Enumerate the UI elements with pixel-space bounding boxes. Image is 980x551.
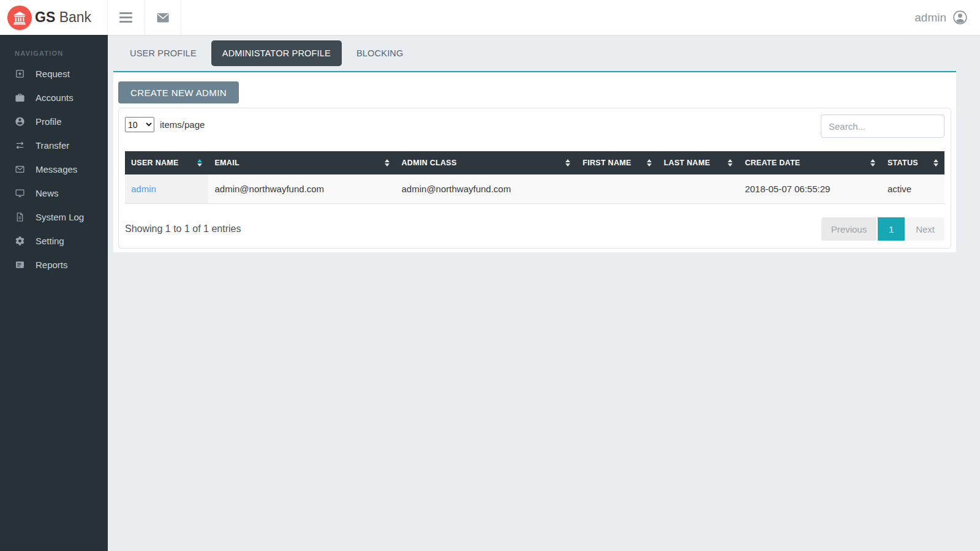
user-menu[interactable]: admin xyxy=(914,0,980,35)
sidebar-item-request[interactable]: Request xyxy=(0,62,108,86)
sort-icon xyxy=(870,159,875,167)
user-avatar-icon xyxy=(952,10,968,25)
admin-user-link[interactable]: admin xyxy=(131,184,156,194)
sidebar-item-label: Reports xyxy=(36,260,68,270)
table-controls: 10 items/page xyxy=(125,114,944,138)
tab-bar: USER PROFILE ADMINISTATOR PROFILE BLOCKI… xyxy=(108,35,980,71)
briefcase-icon xyxy=(15,92,25,103)
sidebar-item-label: News xyxy=(36,188,59,198)
items-per-page-select[interactable]: 10 xyxy=(125,117,154,132)
sort-icon xyxy=(728,159,733,167)
sort-icon xyxy=(385,159,390,167)
tab-blocking[interactable]: BLOCKING xyxy=(347,40,413,66)
table-header-row: USER NAME EMAIL ADMIN CLASS FIRST N xyxy=(125,151,944,174)
sidebar-section-label: NAVIGATION xyxy=(0,35,108,62)
pagination: Previous 1 Next xyxy=(821,217,944,241)
user-name-label: admin xyxy=(914,11,946,24)
sidebar-item-reports[interactable]: Reports xyxy=(0,253,108,277)
sidebar-item-accounts[interactable]: Accounts xyxy=(0,86,108,110)
document-icon xyxy=(15,212,25,222)
brand-name-light: Bank xyxy=(59,9,91,25)
cell-admin-class: admin@northwayfund.com xyxy=(396,174,577,204)
list-box-icon xyxy=(15,260,25,270)
sidebar-item-profile[interactable]: Profile xyxy=(0,110,108,133)
table-footer: Showing 1 to 1 of 1 entries Previous 1 N… xyxy=(125,217,944,241)
sort-icon xyxy=(197,159,202,167)
sidebar-item-label: Request xyxy=(36,69,70,79)
brand: GS Bank xyxy=(0,0,108,35)
tab-user-profile[interactable]: USER PROFILE xyxy=(120,40,206,66)
items-per-page-label: items/page xyxy=(160,119,205,130)
sidebar-item-label: System Log xyxy=(36,212,84,222)
sort-icon xyxy=(647,159,652,167)
bank-logo-icon xyxy=(7,6,32,30)
envelope-icon xyxy=(15,164,25,174)
tab-administator-profile[interactable]: ADMINISTATOR PROFILE xyxy=(211,40,342,66)
top-header: GS Bank admin xyxy=(0,0,980,35)
column-header-user-name[interactable]: USER NAME xyxy=(125,151,208,174)
sidebar-item-label: Profile xyxy=(36,116,62,127)
column-header-first-name[interactable]: FIRST NAME xyxy=(576,151,657,174)
cell-email: admin@northwayfund.com xyxy=(208,174,395,204)
messages-button[interactable] xyxy=(145,0,181,35)
table-row: admin admin@northwayfund.com admin@north… xyxy=(125,174,944,204)
search-input[interactable] xyxy=(821,114,944,138)
sidebar: NAVIGATION Request Accounts Profile Tr xyxy=(0,35,108,551)
column-header-status[interactable]: STATUS xyxy=(881,151,944,174)
main-content: USER PROFILE ADMINISTATOR PROFILE BLOCKI… xyxy=(108,35,980,551)
column-header-admin-class[interactable]: ADMIN CLASS xyxy=(396,151,577,174)
cell-last-name xyxy=(658,174,739,204)
create-new-admin-button[interactable]: CREATE NEW ADMIN xyxy=(118,81,239,103)
sidebar-item-label: Accounts xyxy=(36,92,74,103)
plus-square-icon xyxy=(15,69,25,79)
person-circle-icon xyxy=(15,116,25,127)
sort-icon xyxy=(933,159,938,167)
pagination-previous-button[interactable]: Previous xyxy=(821,217,876,241)
pagination-next-button[interactable]: Next xyxy=(906,217,944,241)
admin-table: USER NAME EMAIL ADMIN CLASS FIRST N xyxy=(125,151,944,204)
tab-content-panel: CREATE NEW ADMIN 10 items/page USER NAME xyxy=(113,71,956,252)
pagination-page-1-button[interactable]: 1 xyxy=(878,217,905,241)
gear-icon xyxy=(15,236,25,246)
sidebar-item-label: Setting xyxy=(36,236,64,246)
sidebar-item-setting[interactable]: Setting xyxy=(0,229,108,253)
column-header-create-date[interactable]: CREATE DATE xyxy=(739,151,881,174)
column-header-email[interactable]: EMAIL xyxy=(208,151,395,174)
brand-name-bold: GS xyxy=(35,9,55,25)
cell-user-name: admin xyxy=(125,174,208,204)
page-size-control: 10 items/page xyxy=(125,117,205,132)
envelope-icon xyxy=(156,10,170,25)
sidebar-item-messages[interactable]: Messages xyxy=(0,157,108,181)
swap-arrows-icon xyxy=(15,140,25,151)
cell-first-name xyxy=(576,174,657,204)
hamburger-icon xyxy=(119,12,132,23)
sidebar-item-label: Messages xyxy=(36,164,77,174)
cell-status: active xyxy=(881,174,944,204)
monitor-icon xyxy=(15,188,25,198)
cell-create-date: 2018-05-07 06:55:29 xyxy=(739,174,881,204)
entries-summary: Showing 1 to 1 of 1 entries xyxy=(125,223,241,234)
sort-icon xyxy=(565,159,570,167)
sidebar-item-label: Transfer xyxy=(36,140,69,151)
sidebar-toggle-button[interactable] xyxy=(108,0,145,35)
sidebar-item-transfer[interactable]: Transfer xyxy=(0,133,108,157)
sidebar-item-system-log[interactable]: System Log xyxy=(0,205,108,229)
column-header-last-name[interactable]: LAST NAME xyxy=(658,151,739,174)
sidebar-item-news[interactable]: News xyxy=(0,181,108,205)
brand-name: GS Bank xyxy=(35,9,91,26)
admin-table-panel: 10 items/page USER NAME EMAIL xyxy=(118,108,951,249)
